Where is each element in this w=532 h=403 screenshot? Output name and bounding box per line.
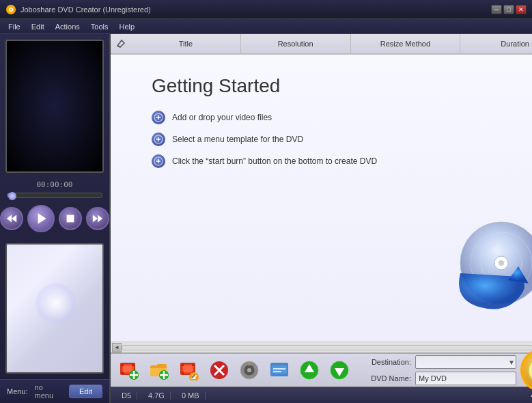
time-display: 00:00:00 [0,178,109,191]
step-3-text: Click the “start burn” button on the bot… [172,156,377,166]
titlebar-title: Joboshare DVD Creator (Unregistered) [20,5,151,14]
total-size: 4700MB [525,391,532,400]
move-up-button[interactable] [296,358,322,383]
step-1-icon [152,111,165,124]
svg-point-23 [499,260,504,266]
svg-rect-41 [182,364,184,366]
svg-marker-3 [7,215,12,223]
svg-rect-42 [182,372,184,374]
step-3-icon [152,154,165,168]
menu-tools[interactable]: Tools [85,21,114,32]
table-header-resolution: Resolution [241,34,351,53]
sparkle-decoration [36,283,76,324]
svg-marker-5 [38,213,46,223]
svg-point-52 [247,368,251,372]
step-2-text: Select a menu template for the DVD [172,135,303,144]
statusbar: D5 4.7G 0 MB 4700MB [111,387,532,403]
menu-actions[interactable]: Actions [50,21,85,32]
play-button[interactable] [27,205,55,232]
destination-label: Destination: [356,358,411,366]
menu-value: no menu [35,383,62,400]
step-1-text: Add or drop your video files [172,113,272,122]
titlebar-left: Joboshare DVD Creator (Unregistered) [5,4,151,15]
destination-row: Destination: ▼ [356,355,516,369]
dvd-name-row: DVD Name: [356,372,516,385]
destination-dropdown[interactable]: ▼ [415,355,516,369]
move-down-button[interactable] [326,358,352,383]
burn-button-inner [525,353,532,387]
svg-rect-30 [132,364,134,366]
table-header-duration: Duration [460,34,532,53]
svg-rect-29 [122,372,124,374]
burn-button[interactable] [520,348,532,392]
close-button[interactable]: ✕ [516,5,527,14]
scroll-track[interactable] [122,345,532,350]
progress-bar[interactable] [7,193,102,198]
used-size: 0 MB [176,391,206,400]
menubar: File Edit Actions Tools Help [0,19,532,34]
bottom-toolbar: Destination: ▼ DVD Name: [111,352,532,387]
table-header-resize-method: Resize Method [351,34,461,53]
scroll-left-arrow[interactable]: ◄ [112,343,122,352]
menu-label: Menu: [7,387,28,395]
table-header-pencil [111,39,131,48]
menu-bar-bottom: Menu: no menu Edit [0,379,109,403]
svg-marker-4 [12,215,16,223]
menu-edit[interactable]: Edit [26,21,50,32]
table-header: Title Resolution Resize Method Duration [111,34,532,55]
dvd-name-input[interactable] [415,372,516,385]
app-icon [5,4,16,15]
minimize-button[interactable]: ─ [491,5,502,14]
playback-controls [0,199,109,238]
edit-button[interactable]: Edit [69,385,102,398]
disc-operations-button[interactable] [236,358,262,383]
svg-rect-40 [183,365,193,372]
rewind-button[interactable] [0,207,23,230]
disc-size[interactable]: 4.7G [143,391,171,400]
subtitle-button[interactable] [266,358,292,383]
destination-input[interactable] [415,355,516,369]
step-2-icon [152,133,165,146]
stop-button[interactable] [59,207,82,230]
horizontal-scrollbar[interactable]: ◄ ► [111,342,532,352]
edit-video-button[interactable] [176,358,202,383]
left-panel: 00:00:00 [0,34,111,403]
right-panel: Title Resolution Resize Method Duration … [111,34,532,403]
titlebar: Joboshare DVD Creator (Unregistered) ─ □… [0,0,532,19]
menu-help[interactable]: Help [113,21,140,32]
forward-button[interactable] [86,207,109,230]
svg-rect-43 [192,364,194,366]
add-video-button[interactable] [116,358,142,383]
disc-type: D5 [116,391,137,400]
table-header-title: Title [131,34,241,53]
menu-file[interactable]: File [3,21,26,32]
video-preview [5,40,104,173]
dvd-name-label: DVD Name: [356,374,411,383]
svg-rect-54 [272,365,287,374]
svg-rect-28 [122,364,124,366]
dvd-disc-graphic [440,212,532,321]
step-1: Add or drop your video files [152,111,272,124]
step-2: Select a menu template for the DVD [152,133,303,146]
bottom-fields: Destination: ▼ DVD Name: [356,352,516,388]
maximize-button[interactable]: □ [503,5,514,14]
add-folder-button[interactable] [146,358,172,383]
svg-point-2 [10,8,12,10]
svg-marker-8 [98,215,102,223]
delete-button[interactable] [206,358,232,383]
content-area: Getting Started Add or drop your video f… [111,55,532,342]
main-area: 00:00:00 [0,34,532,403]
video-preview-inner [7,41,102,171]
step-3: Click the “start burn” button on the bot… [152,154,377,168]
thumbnail-panel [5,243,104,374]
svg-point-61 [529,357,532,384]
svg-marker-7 [93,215,98,223]
getting-started-title: Getting Started [152,75,280,97]
titlebar-buttons: ─ □ ✕ [491,5,527,14]
progress-thumb [8,192,16,200]
svg-rect-6 [67,215,74,223]
